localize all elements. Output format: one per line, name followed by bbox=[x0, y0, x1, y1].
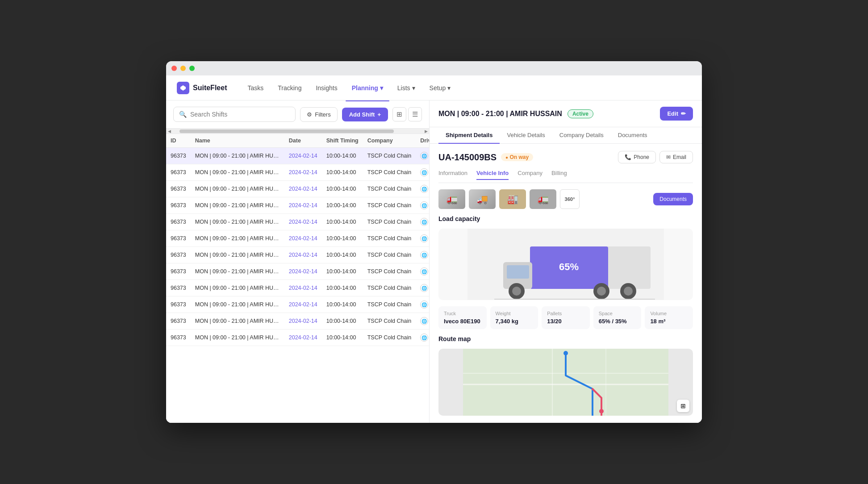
tab-vehicle-details[interactable]: Vehicle Details bbox=[500, 127, 552, 144]
vehicle-thumb-3[interactable]: 🏭 bbox=[499, 189, 526, 209]
vehicle-thumb-4[interactable]: 🚛 bbox=[530, 189, 556, 209]
tab-documents[interactable]: Documents bbox=[611, 127, 655, 144]
globe-icon: 🌐 bbox=[420, 168, 428, 176]
svg-point-12 bbox=[624, 287, 633, 296]
table-row[interactable]: 96373 MON | 09:00 - 21:00 | AMIR HUSSAIN… bbox=[166, 280, 429, 296]
stat-card: Weight 7,340 kg bbox=[490, 306, 538, 329]
expand-dot[interactable] bbox=[189, 66, 195, 71]
table-row[interactable]: 96373 MON | 09:00 - 21:00 | AMIR HUSSAIN… bbox=[166, 197, 429, 214]
stats-row: Truck Iveco 80E190 Weight 7,340 kg Palle… bbox=[438, 306, 693, 329]
svg-point-10 bbox=[597, 287, 606, 296]
zoom-button[interactable]: ⊞ bbox=[677, 400, 689, 412]
vehicle-thumb-2[interactable]: 🚚 bbox=[469, 189, 496, 209]
table-row[interactable]: 96373 MON | 09:00 - 21:00 | AMIR HUSSAIN… bbox=[166, 164, 429, 181]
logo: SuiteFleet bbox=[177, 82, 227, 94]
view-360-button[interactable]: 360° bbox=[560, 189, 580, 209]
horizontal-scrollbar[interactable]: ◀ ▶ bbox=[166, 129, 429, 134]
svg-marker-0 bbox=[180, 85, 186, 91]
logo-icon bbox=[177, 82, 189, 94]
shift-title: MON | 09:00 - 21:00 | AMIR HUSSAIN Activ… bbox=[438, 109, 593, 118]
nav-planning[interactable]: Planning ▾ bbox=[346, 81, 389, 95]
stat-card: Volume 18 m³ bbox=[645, 306, 693, 329]
contact-buttons: 📞 Phone ✉ Email bbox=[618, 151, 693, 163]
table-row[interactable]: 96373 MON | 09:00 - 21:00 | AMIR HUSSAIN… bbox=[166, 181, 429, 197]
nav-insights[interactable]: Insights bbox=[309, 81, 343, 95]
logo-text: SuiteFleet bbox=[193, 84, 227, 92]
subtab-company[interactable]: Company bbox=[517, 170, 542, 180]
tab-company-details[interactable]: Company Details bbox=[552, 127, 611, 144]
shift-title-text: MON | 09:00 - 21:00 | AMIR HUSSAIN bbox=[438, 110, 562, 118]
email-button[interactable]: ✉ Email bbox=[659, 151, 693, 163]
globe-icon: 🌐 bbox=[420, 284, 428, 292]
globe-icon: 🌐 bbox=[420, 251, 428, 259]
table-row[interactable]: 96373 MON | 09:00 - 21:00 | AMIR HUSSAIN… bbox=[166, 148, 429, 164]
chevron-down-icon: ▾ bbox=[380, 84, 383, 92]
route-map-label: Route map bbox=[438, 335, 693, 342]
table-row[interactable]: 96373 MON | 09:00 - 21:00 | AMIR HUSSAIN… bbox=[166, 263, 429, 280]
nav-tracking[interactable]: Tracking bbox=[271, 81, 308, 95]
search-box[interactable]: 🔍 bbox=[173, 107, 296, 122]
shifts-table-body: 96373 MON | 09:00 - 21:00 | AMIR HUSSAIN… bbox=[166, 148, 429, 346]
edit-icon: ✏ bbox=[681, 110, 686, 117]
chevron-down-icon: ▾ bbox=[447, 84, 451, 92]
close-dot[interactable] bbox=[171, 66, 177, 71]
minimize-dot[interactable] bbox=[180, 66, 186, 71]
filters-button[interactable]: ⚙ Filters bbox=[300, 107, 337, 122]
table-row[interactable]: 96373 MON | 09:00 - 21:00 | AMIR HUSSAIN… bbox=[166, 313, 429, 330]
email-icon: ✉ bbox=[666, 154, 671, 160]
body-split: 🔍 ⚙ Filters Add Shift + ⊞ ☰ bbox=[166, 100, 702, 423]
svg-point-8 bbox=[512, 287, 521, 296]
list-view-button[interactable]: ☰ bbox=[408, 107, 422, 121]
nav-lists[interactable]: Lists ▾ bbox=[391, 81, 421, 95]
filter-icon: ⚙ bbox=[307, 111, 312, 118]
shifts-table-container[interactable]: ID Name Date Shift Timing Company Driver… bbox=[166, 134, 429, 423]
toolbar: 🔍 ⚙ Filters Add Shift + ⊞ ☰ bbox=[166, 100, 429, 129]
scroll-right-arrow[interactable]: ▶ bbox=[423, 129, 429, 134]
shipment-id-row: UA-145009BS ● On way 📞 Phone ✉ bbox=[438, 151, 693, 163]
globe-icon: 🌐 bbox=[420, 152, 428, 160]
table-row[interactable]: 96373 MON | 09:00 - 21:00 | AMIR HUSSAIN… bbox=[166, 296, 429, 313]
phone-icon: 📞 bbox=[625, 154, 631, 160]
table-row[interactable]: 96373 MON | 09:00 - 21:00 | AMIR HUSSAIN… bbox=[166, 214, 429, 230]
nav-links: Tasks Tracking Insights Planning ▾ Lists… bbox=[241, 81, 691, 95]
table-row[interactable]: 96373 MON | 09:00 - 21:00 | AMIR HUSSAIN… bbox=[166, 247, 429, 263]
vehicle-thumb-1[interactable]: 🚛 bbox=[438, 189, 465, 209]
globe-icon: 🌐 bbox=[420, 267, 428, 275]
svg-rect-6 bbox=[507, 265, 529, 279]
documents-button[interactable]: Documents bbox=[653, 193, 693, 205]
nav-setup[interactable]: Setup ▾ bbox=[423, 81, 457, 95]
stat-card: Space 65% / 35% bbox=[593, 306, 642, 329]
app-window: SuiteFleet Tasks Tracking Insights Plann… bbox=[166, 61, 702, 423]
globe-icon: 🌐 bbox=[420, 234, 428, 242]
nav-tasks[interactable]: Tasks bbox=[241, 81, 270, 95]
phone-button[interactable]: 📞 Phone bbox=[618, 151, 656, 163]
globe-icon: 🌐 bbox=[420, 300, 428, 309]
scroll-left-arrow[interactable]: ◀ bbox=[166, 129, 172, 134]
shifts-table: ID Name Date Shift Timing Company Driver… bbox=[166, 134, 429, 346]
detail-body: UA-145009BS ● On way 📞 Phone ✉ bbox=[430, 144, 702, 423]
route-map: ⊞ bbox=[438, 349, 693, 416]
main-content: SuiteFleet Tasks Tracking Insights Plann… bbox=[166, 75, 702, 423]
plus-icon: + bbox=[377, 111, 381, 118]
col-company: Company bbox=[363, 134, 416, 148]
globe-icon: 🌐 bbox=[420, 317, 428, 325]
table-row[interactable]: 96373 MON | 09:00 - 21:00 | AMIR HUSSAIN… bbox=[166, 230, 429, 247]
sub-tabs: Information Vehicle Info Company Billing bbox=[438, 170, 693, 183]
table-row[interactable]: 96373 MON | 09:00 - 21:00 | AMIR HUSSAIN… bbox=[166, 330, 429, 346]
edit-button[interactable]: Edit ✏ bbox=[660, 107, 693, 121]
right-header: MON | 09:00 - 21:00 | AMIR HUSSAIN Activ… bbox=[430, 100, 702, 127]
right-panel: MON | 09:00 - 21:00 | AMIR HUSSAIN Activ… bbox=[430, 100, 702, 423]
tab-shipment-details[interactable]: Shipment Details bbox=[438, 127, 500, 144]
grid-view-button[interactable]: ⊞ bbox=[392, 107, 406, 121]
table-header: ID Name Date Shift Timing Company Driver… bbox=[166, 134, 429, 148]
svg-point-20 bbox=[599, 409, 604, 413]
left-panel: 🔍 ⚙ Filters Add Shift + ⊞ ☰ bbox=[166, 100, 430, 423]
subtab-vehicle-info[interactable]: Vehicle Info bbox=[476, 170, 509, 180]
search-icon: 🔍 bbox=[179, 111, 187, 118]
subtab-billing[interactable]: Billing bbox=[551, 170, 567, 180]
subtab-information[interactable]: Information bbox=[438, 170, 467, 180]
search-input[interactable] bbox=[190, 111, 290, 118]
add-shift-button[interactable]: Add Shift + bbox=[342, 108, 388, 121]
scrollbar-thumb[interactable] bbox=[179, 129, 394, 133]
col-timing: Shift Timing bbox=[322, 134, 363, 148]
